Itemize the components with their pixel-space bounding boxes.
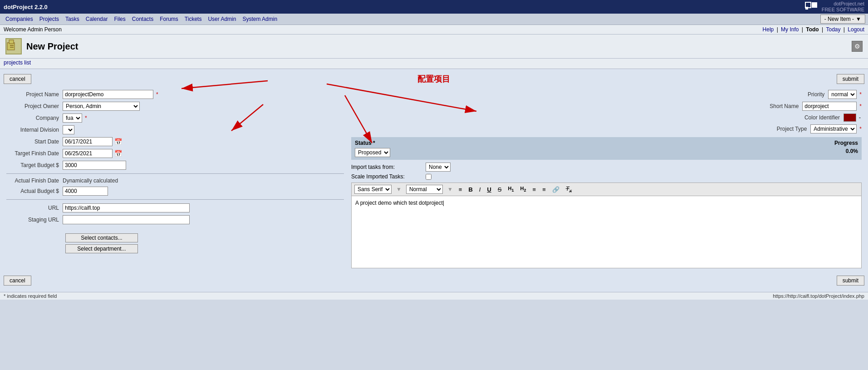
- unordered-list-button[interactable]: ≡: [541, 186, 547, 193]
- logout-link[interactable]: Logout: [848, 26, 864, 33]
- project-type-group: Project Type Administrative Development …: [351, 124, 862, 133]
- right-column: Priority normal high low * Short Name * …: [348, 88, 865, 270]
- form-layout: Project Name * Project Owner Person, Adm…: [3, 88, 865, 270]
- company-select[interactable]: fua: [63, 113, 82, 123]
- strikethrough-button[interactable]: S: [496, 186, 503, 193]
- nav-contacts[interactable]: Contacts: [129, 15, 156, 23]
- cancel-button-bottom[interactable]: cancel: [4, 276, 31, 286]
- page-header: New Project ⚙: [0, 35, 868, 59]
- actual-budget-input[interactable]: [63, 187, 108, 196]
- project-icon-svg: [6, 39, 21, 54]
- import-tasks-label: Import tasks from:: [351, 164, 424, 170]
- project-type-select[interactable]: Administrative Development Support: [810, 124, 857, 133]
- contact-buttons: Select contacts... Select department...: [65, 233, 344, 253]
- import-tasks-select[interactable]: None: [426, 163, 451, 172]
- svg-rect-1: [812, 2, 817, 8]
- select-department-button[interactable]: Select department...: [65, 244, 138, 253]
- status-label: Status *: [355, 140, 375, 146]
- nav-system-admin[interactable]: System Admin: [240, 15, 280, 23]
- short-name-label: Short Name: [770, 103, 800, 109]
- nav-user-admin[interactable]: User Admin: [205, 15, 239, 23]
- font-size-select[interactable]: Normal Heading 1 Heading 2: [406, 185, 443, 194]
- today-link[interactable]: Today: [826, 26, 840, 33]
- page-title: New Project: [26, 41, 78, 52]
- short-name-input[interactable]: [802, 102, 857, 111]
- left-column: Project Name * Project Owner Person, Adm…: [3, 88, 348, 270]
- target-budget-input[interactable]: [63, 161, 126, 170]
- font-family-select[interactable]: Sans Serif: [354, 185, 392, 194]
- italic-button[interactable]: I: [478, 186, 482, 193]
- status-select[interactable]: Proposed Open Closed On Hold: [355, 148, 390, 157]
- logo-line1: dotProject.net: [822, 1, 864, 7]
- submit-button-bottom[interactable]: submit: [837, 276, 864, 286]
- main-content: cancel 配置项目 submit Project Name * Projec…: [0, 69, 868, 292]
- project-name-group: Project Name *: [6, 90, 344, 99]
- editor-toolbar: Sans Serif ▼ Normal Heading 1 Heading 2 …: [351, 183, 862, 196]
- todo-link[interactable]: Todo: [806, 26, 819, 33]
- actual-finish-date-label: Actual Finish Date: [6, 178, 61, 184]
- scale-tasks-checkbox[interactable]: [426, 174, 432, 180]
- import-tasks-row: Import tasks from: None: [351, 163, 862, 172]
- nav-files[interactable]: Files: [111, 15, 128, 23]
- nav-tasks[interactable]: Tasks: [63, 15, 82, 23]
- status-bar: * indicates required field https://http:…: [0, 292, 868, 300]
- select-contacts-button[interactable]: Select contacts...: [65, 233, 138, 242]
- progress-value: 0.0%: [846, 148, 858, 154]
- priority-label: Priority: [808, 91, 826, 98]
- actual-finish-date-group: Actual Finish Date Dynamically calculate…: [6, 178, 344, 184]
- url-group: URL: [6, 203, 344, 212]
- my-info-link[interactable]: My Info: [781, 26, 799, 33]
- project-owner-select[interactable]: Person, Admin: [63, 102, 140, 111]
- url-input[interactable]: [63, 203, 190, 212]
- nav-links: Companies Projects Tasks Calendar Files …: [3, 15, 280, 23]
- link-button[interactable]: 🔗: [551, 186, 561, 193]
- bold-button[interactable]: B: [467, 186, 474, 193]
- priority-select[interactable]: normal high low: [828, 90, 857, 99]
- ordered-list-button[interactable]: ≡: [531, 186, 538, 193]
- new-item-button[interactable]: - New Item - ▼: [820, 15, 865, 24]
- divider-2: [6, 199, 344, 200]
- nav-companies[interactable]: Companies: [3, 15, 36, 23]
- nav-tickets[interactable]: Tickets: [182, 15, 205, 23]
- status-url: https://http://caifl.top/dotProject/inde…: [773, 293, 864, 299]
- breadcrumb-link[interactable]: projects list: [4, 59, 31, 66]
- target-finish-date-input[interactable]: [63, 149, 113, 158]
- nav-forums[interactable]: Forums: [157, 15, 181, 23]
- submit-button-top[interactable]: submit: [837, 74, 864, 84]
- scale-tasks-label: Scale Imported Tasks:: [351, 173, 424, 180]
- project-name-input[interactable]: [63, 90, 153, 99]
- page-icon: [5, 38, 22, 54]
- target-finish-date-calendar-icon[interactable]: 📅: [114, 150, 122, 157]
- editor-content[interactable]: A project demo which test dotproject|: [351, 196, 862, 268]
- h2-button[interactable]: H2: [519, 185, 528, 193]
- internal-division-label: Internal Division: [6, 127, 61, 133]
- welcome-text: Welcome Admin Person: [4, 26, 62, 33]
- staging-url-input[interactable]: [63, 215, 190, 224]
- align-full-button[interactable]: ≡: [457, 186, 464, 193]
- settings-icon[interactable]: ⚙: [852, 41, 863, 52]
- breadcrumb: projects list: [0, 59, 868, 69]
- start-date-calendar-icon[interactable]: 📅: [114, 138, 122, 145]
- nav-calendar[interactable]: Calendar: [83, 15, 111, 23]
- nav-bar: Companies Projects Tasks Calendar Files …: [0, 14, 868, 25]
- start-date-input[interactable]: [63, 137, 113, 146]
- staging-url-group: Staging URL: [6, 215, 344, 224]
- internal-division-select[interactable]: [63, 125, 74, 134]
- help-link[interactable]: Help: [763, 26, 774, 33]
- svg-rect-2: [805, 7, 808, 10]
- color-identifier-box[interactable]: [843, 113, 856, 122]
- company-required: *: [85, 115, 87, 121]
- clear-format-button[interactable]: Tx: [564, 185, 573, 194]
- internal-division-group: Internal Division: [6, 125, 344, 134]
- actual-finish-date-value: Dynamically calculated: [63, 178, 118, 184]
- nav-projects[interactable]: Projects: [37, 15, 62, 23]
- h1-button[interactable]: H1: [506, 185, 515, 193]
- top-links: Help | My Info | Todo | Today | Logout: [763, 26, 864, 33]
- cancel-button-top[interactable]: cancel: [4, 74, 31, 84]
- project-name-required: *: [156, 91, 158, 98]
- underline-button[interactable]: U: [485, 186, 492, 193]
- status-section: Status * Progress Proposed Open Closed O…: [351, 137, 862, 160]
- top-bar: dotProject 2.2.0 dotProject.net FREE SOF…: [0, 0, 868, 14]
- app-title: dotProject 2.2.0: [4, 4, 48, 10]
- editor-section: Sans Serif ▼ Normal Heading 1 Heading 2 …: [351, 183, 862, 268]
